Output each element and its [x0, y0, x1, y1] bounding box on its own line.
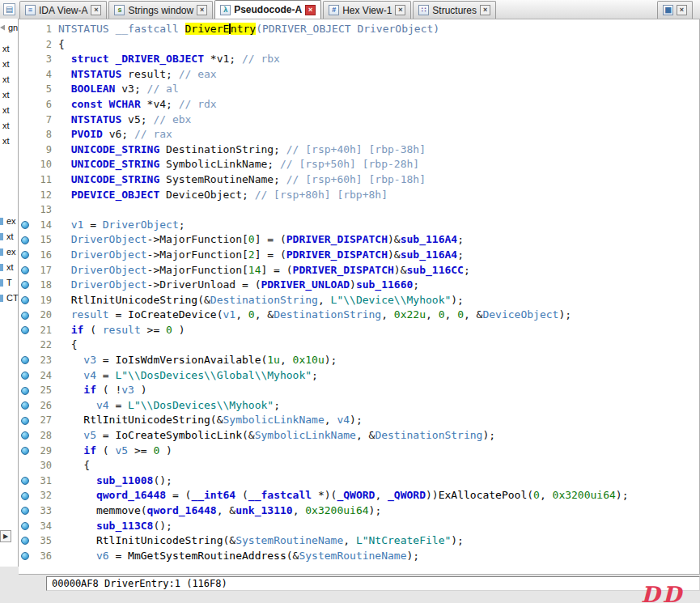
address-dot[interactable] — [21, 537, 29, 545]
address-dot[interactable] — [21, 312, 29, 320]
code-line[interactable]: 7 NTSTATUS v5; // ebx — [19, 113, 699, 128]
address-dot-cell[interactable] — [19, 353, 31, 368]
code-line[interactable]: 34 sub_113C8(); — [19, 519, 699, 534]
address-dot[interactable] — [21, 251, 29, 259]
code-line[interactable]: 29 if ( v5 >= 0 ) — [19, 444, 699, 459]
tab-hex-view-1[interactable]: #Hex View-1× — [323, 1, 411, 19]
panel-item-fragment[interactable]: xt — [0, 88, 19, 101]
code-line[interactable]: 36 v6 = MmGetSystemRoutineAddress(&Syste… — [19, 549, 699, 564]
code-line[interactable]: 19 RtlInitUnicodeString(&DestinationStri… — [19, 293, 699, 308]
code-line[interactable]: 4 NTSTATUS result; // eax — [19, 67, 699, 83]
code-line[interactable]: 23 v3 = IoIsWdmVersionAvailable(1u, 0x10… — [19, 353, 699, 368]
address-dot[interactable] — [21, 266, 29, 274]
code-line[interactable]: 22 { — [19, 338, 699, 353]
address-dot[interactable] — [21, 552, 29, 560]
code-line[interactable]: 35 RtlInitUnicodeString(&SystemRoutineNa… — [19, 533, 699, 549]
document-icon[interactable] — [3, 3, 15, 15]
address-dot-cell[interactable] — [19, 473, 31, 489]
code-line[interactable]: 9 UNICODE_STRING DestinationString; // [… — [19, 142, 699, 158]
code-line[interactable]: 24 v4 = L"\\DosDevices\\Global\\Myhook"; — [19, 368, 699, 384]
address-dot[interactable] — [21, 492, 29, 500]
address-dot[interactable] — [21, 221, 29, 229]
address-dot-cell[interactable] — [19, 263, 31, 278]
address-dot-cell[interactable] — [19, 368, 31, 384]
address-dot[interactable] — [21, 372, 29, 380]
code-line[interactable]: 21 if ( result >= 0 ) — [19, 323, 699, 338]
code-line[interactable]: 26 v4 = L"\\DosDevices\\Myhook"; — [19, 398, 699, 414]
code-line[interactable]: 25 if ( !v3 ) — [19, 383, 699, 398]
code-line[interactable]: 27 RtlInitUnicodeString(&SymbolicLinkNam… — [19, 413, 699, 428]
code-line[interactable]: 3 struct _DRIVER_OBJECT *v1; // rbx — [19, 52, 699, 67]
code-line[interactable]: 14 v1 = DriverObject; — [19, 218, 699, 233]
code-line[interactable]: 10 UNICODE_STRING SymbolicLinkName; // [… — [19, 157, 699, 172]
tab-ida-view-a[interactable]: ≡IDA View-A× — [19, 1, 107, 19]
code-line[interactable]: 12 PDEVICE_OBJECT DeviceObject; // [rsp+… — [19, 188, 699, 203]
address-dot[interactable] — [21, 477, 29, 485]
tab-structures[interactable]: ∷Structures× — [413, 1, 496, 19]
address-dot-cell[interactable] — [19, 308, 31, 323]
code-line[interactable]: 6 const WCHAR *v4; // rdx — [19, 97, 699, 113]
panel-item-fragment[interactable]: xt — [0, 119, 19, 132]
address-dot[interactable] — [21, 356, 29, 364]
code-line[interactable]: 2{ — [19, 37, 699, 53]
address-dot[interactable] — [21, 401, 29, 410]
code-line[interactable]: 8 PVOID v6; // rax — [19, 127, 699, 142]
tab-strings-window[interactable]: sStrings window× — [108, 1, 213, 19]
panel-item-fragment[interactable]: xt — [0, 261, 19, 274]
code-line[interactable]: 18 DriverObject->DriverUnload = (PDRIVER… — [19, 278, 699, 293]
address-dot[interactable] — [21, 296, 29, 304]
address-dot-cell[interactable] — [19, 218, 31, 233]
code-line[interactable]: 31 sub_11008(); — [19, 473, 699, 489]
address-dot-cell[interactable] — [19, 278, 31, 293]
panel-item-fragment[interactable]: xt — [0, 57, 19, 70]
code-line[interactable]: 33 memmove(qword_16448, &unk_13110, 0x32… — [19, 503, 699, 519]
address-dot-cell[interactable] — [19, 293, 31, 308]
address-dot-cell[interactable] — [19, 232, 31, 248]
address-dot-cell[interactable] — [19, 398, 31, 414]
code-line[interactable]: 13 — [19, 202, 699, 218]
close-tab-icon[interactable]: × — [480, 5, 490, 15]
panel-item-fragment[interactable]: T — [0, 276, 19, 289]
close-tab-icon[interactable]: × — [305, 5, 316, 15]
panel-item-fragment[interactable]: xt — [0, 73, 19, 86]
address-dot-cell[interactable] — [19, 444, 31, 459]
address-dot[interactable] — [21, 507, 29, 515]
panel-item-fragment[interactable]: ex — [0, 245, 19, 258]
code-line[interactable]: 5 BOOLEAN v3; // al — [19, 82, 699, 97]
panel-item-fragment[interactable]: ex — [0, 214, 19, 227]
address-dot[interactable] — [21, 236, 29, 244]
panel-item-fragment[interactable]: CT — [0, 291, 19, 304]
address-dot[interactable] — [21, 417, 29, 425]
code-line[interactable]: 15 DriverObject->MajorFunction[0] = (PDR… — [19, 232, 699, 248]
address-dot-cell[interactable] — [19, 413, 31, 428]
address-dot-cell[interactable] — [19, 248, 31, 263]
address-dot-cell[interactable] — [19, 533, 31, 549]
code-line[interactable]: 16 DriverObject->MajorFunction[2] = (PDR… — [19, 248, 699, 263]
address-dot-cell[interactable] — [19, 488, 31, 503]
close-tab-icon[interactable]: × — [395, 5, 405, 15]
address-dot-cell[interactable] — [19, 383, 31, 398]
panel-item-fragment[interactable]: xt — [0, 42, 19, 55]
code-line[interactable]: 28 v5 = IoCreateSymbolicLink(&SymbolicLi… — [19, 428, 699, 444]
address-dot[interactable] — [21, 281, 29, 289]
code-line[interactable]: 1NTSTATUS __fastcall DriverEntry(PDRIVER… — [19, 22, 699, 37]
tab-pseudocode-a[interactable]: λPseudocode-A× — [214, 0, 321, 19]
code-line[interactable]: 11 UNICODE_STRING SystemRoutineName; // … — [19, 172, 699, 188]
code-line[interactable]: 32 qword_16448 = (__int64 (__fastcall *)… — [19, 488, 699, 503]
address-dot-cell[interactable] — [19, 503, 31, 519]
panel-item-fragment[interactable]: gn — [0, 21, 19, 34]
address-dot-cell[interactable] — [19, 549, 31, 564]
code-line[interactable]: 17 DriverObject->MajorFunction[14] = (PD… — [19, 263, 699, 278]
panel-item-fragment[interactable]: xt — [0, 104, 19, 117]
close-tab-icon[interactable]: × — [91, 5, 101, 15]
expand-panel-button[interactable]: ▶ — [0, 530, 11, 542]
address-dot[interactable] — [21, 522, 29, 530]
address-dot[interactable] — [21, 431, 29, 440]
address-dot[interactable] — [21, 447, 29, 455]
code-line[interactable]: 20 result = IoCreateDevice(v1, 0, &Desti… — [19, 308, 699, 323]
address-dot[interactable] — [21, 387, 29, 395]
panel-item-fragment[interactable]: xt — [0, 134, 19, 147]
tab-extra[interactable]: ▦× — [657, 1, 693, 19]
close-tab-icon[interactable]: × — [197, 5, 207, 15]
address-dot-cell[interactable] — [19, 519, 31, 534]
